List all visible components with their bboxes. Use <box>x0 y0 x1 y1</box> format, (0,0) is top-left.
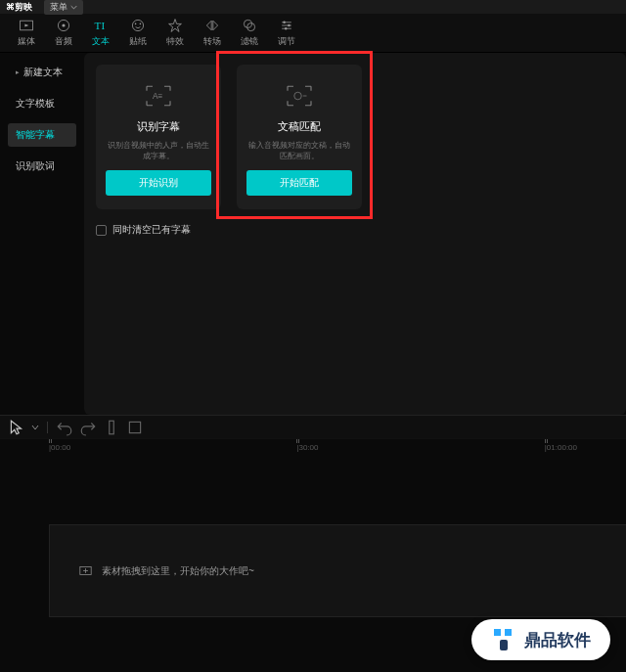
card-title: 文稿匹配 <box>278 119 321 134</box>
svg-point-8 <box>247 23 255 31</box>
tab-text[interactable]: TI 文本 <box>82 18 119 48</box>
timeline-placeholder: 素材拖拽到这里，开始你的大作吧~ <box>102 564 254 578</box>
watermark: 鼎品软件 <box>471 619 610 660</box>
select-tool[interactable] <box>8 419 25 436</box>
tab-sticker[interactable]: 贴纸 <box>119 18 156 48</box>
card-title: 识别字幕 <box>137 119 180 134</box>
brand-text: 鼎品软件 <box>524 629 591 651</box>
text-icon: TI <box>93 18 109 33</box>
start-recognize-button[interactable]: 开始识别 <box>106 170 211 196</box>
svg-rect-18 <box>505 629 512 636</box>
filter-icon <box>242 18 257 33</box>
svg-point-4 <box>132 20 143 30</box>
time-marker: |01:00:00 <box>545 443 577 452</box>
start-match-button[interactable]: 开始匹配 <box>246 170 352 196</box>
svg-rect-17 <box>494 629 501 636</box>
tab-transition[interactable]: 转场 <box>194 18 231 48</box>
top-toolbar: 媒体 音频 TI 文本 贴纸 特效 转场 滤镜 调节 <box>0 14 626 53</box>
sidebar-item-lyrics[interactable]: 识别歌词 <box>8 155 76 178</box>
sticker-icon <box>130 18 146 33</box>
svg-text:A≡: A≡ <box>153 92 163 101</box>
dropdown-icon[interactable] <box>31 424 39 431</box>
time-marker: |30:00 <box>296 443 318 452</box>
add-media-icon <box>79 564 92 577</box>
menu-button[interactable]: 菜单 <box>44 0 83 15</box>
time-marker: |00:00 <box>49 443 70 452</box>
svg-point-13 <box>294 92 302 100</box>
svg-point-7 <box>244 20 251 27</box>
transition-icon <box>204 18 220 33</box>
tab-adjust[interactable]: 调节 <box>268 18 305 48</box>
tab-filter[interactable]: 滤镜 <box>231 18 268 48</box>
sidebar-item-new-text[interactable]: 新建文本 <box>8 61 76 84</box>
media-icon <box>19 18 34 33</box>
sidebar: 新建文本 文字模板 智能字幕 识别歌词 <box>0 53 84 415</box>
edit-toolbar <box>0 415 626 438</box>
tab-fx[interactable]: 特效 <box>156 18 194 48</box>
split-button[interactable] <box>103 419 120 436</box>
clear-subtitles-row[interactable]: 同时清空已有字幕 <box>96 223 614 237</box>
match-icon <box>285 84 314 108</box>
svg-rect-15 <box>129 422 140 432</box>
svg-point-2 <box>62 23 65 26</box>
timeline[interactable]: 素材拖拽到这里，开始你的大作吧~ 鼎品软件 <box>0 456 626 672</box>
timeline-track[interactable]: 素材拖拽到这里，开始你的大作吧~ <box>49 524 626 617</box>
adjust-icon <box>279 18 294 33</box>
sidebar-item-template[interactable]: 文字模板 <box>8 92 76 115</box>
svg-point-5 <box>135 23 137 25</box>
card-match: 文稿匹配 输入音视频对应的文稿，自动匹配画面。 开始匹配 <box>237 65 362 209</box>
svg-text:TI: TI <box>95 20 106 31</box>
audio-icon <box>56 18 71 33</box>
svg-point-6 <box>140 23 142 25</box>
crop-button[interactable] <box>126 419 144 436</box>
brand-icon <box>491 627 516 652</box>
tab-audio[interactable]: 音频 <box>45 18 82 48</box>
undo-button[interactable] <box>56 419 73 436</box>
workspace: 新建文本 文字模板 智能字幕 识别歌词 A≡ 识别字幕 识别音视频中的人声，自动… <box>0 53 626 415</box>
svg-point-9 <box>283 22 285 23</box>
fx-icon <box>167 18 183 33</box>
content-panel: A≡ 识别字幕 识别音视频中的人声，自动生成字幕。 开始识别 文稿匹配 输入音视… <box>84 53 626 415</box>
timeline-ruler[interactable]: |00:00 |30:00 |01:00:00 <box>0 438 626 456</box>
checkbox-label: 同时清空已有字幕 <box>112 223 191 237</box>
svg-point-11 <box>285 27 287 29</box>
tab-media[interactable]: 媒体 <box>8 18 45 48</box>
svg-rect-14 <box>110 421 114 434</box>
card-recognize: A≡ 识别字幕 识别音视频中的人声，自动生成字幕。 开始识别 <box>96 65 221 209</box>
card-desc: 识别音视频中的人声，自动生成字幕。 <box>106 140 211 164</box>
sidebar-item-smart-sub[interactable]: 智能字幕 <box>8 123 76 147</box>
svg-rect-19 <box>500 640 508 650</box>
subtitle-icon: A≡ <box>144 84 173 108</box>
svg-point-10 <box>288 24 290 26</box>
app-logo: ⌘剪映 <box>6 1 32 14</box>
card-desc: 输入音视频对应的文稿，自动匹配画面。 <box>246 140 352 164</box>
checkbox[interactable] <box>96 225 107 236</box>
chevron-down-icon <box>70 4 77 11</box>
titlebar: ⌘剪映 菜单 <box>0 0 626 14</box>
redo-button[interactable] <box>79 419 97 436</box>
